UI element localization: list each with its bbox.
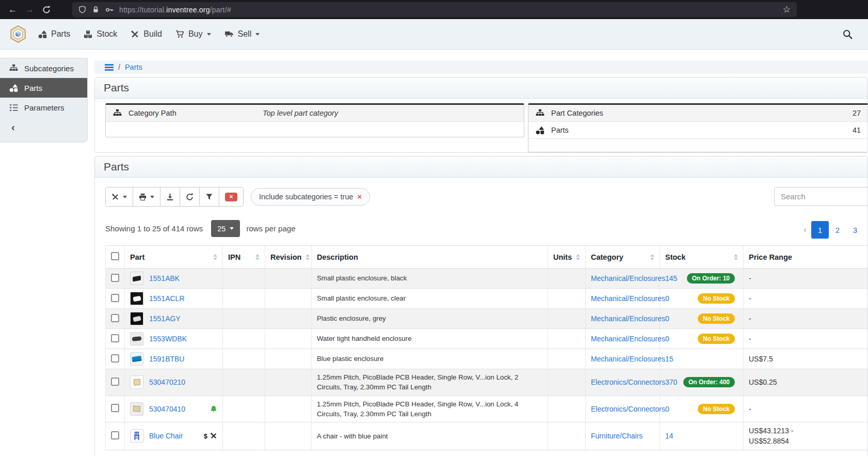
part-thumbnail[interactable] [130, 312, 143, 325]
pagination-page-3[interactable]: 3 [846, 221, 864, 239]
part-link[interactable]: 1551ABK [149, 274, 180, 282]
part-link[interactable]: 530470210 [149, 378, 185, 386]
filter-button[interactable] [199, 187, 219, 207]
actions-dropdown-button[interactable] [105, 187, 133, 207]
category-link[interactable]: Mechanical/Enclosures [591, 274, 665, 282]
breadcrumb-current-link[interactable]: Parts [125, 63, 142, 71]
nav-build[interactable]: Build [131, 29, 162, 39]
sort-icon[interactable] [306, 252, 310, 262]
pagination-page-2[interactable]: 2 [829, 221, 846, 239]
part-link[interactable]: 1551ACLR [149, 294, 185, 303]
category-link[interactable]: Furniture/Chairs [591, 432, 642, 440]
stock-status-badge: On Order: 400 [683, 377, 735, 387]
nav-stock[interactable]: Stock [84, 29, 117, 39]
category-link[interactable]: Electronics/Connectors [591, 378, 665, 386]
category-link[interactable]: Mechanical/Enclosures [591, 294, 665, 303]
pagination-page-1[interactable]: 1 [811, 221, 829, 239]
cell-revision [265, 269, 312, 289]
col-stock[interactable]: Stock [660, 246, 744, 269]
navbar-search-icon[interactable] [843, 29, 853, 39]
browser-back-icon[interactable]: ← [8, 5, 17, 14]
row-checkbox[interactable] [111, 314, 119, 322]
cell-description: Small plastic enclosure, black [312, 269, 548, 289]
parts-panel-title: Parts [95, 156, 867, 178]
part-thumbnail[interactable] [130, 332, 143, 345]
part-thumbnail[interactable] [130, 429, 143, 443]
breadcrumb-menu-icon[interactable] [105, 64, 114, 71]
row-checkbox[interactable] [111, 431, 119, 439]
sort-icon[interactable] [213, 252, 217, 262]
cell-description: Small plastic enclosure, clear [312, 289, 548, 309]
category-link[interactable]: Mechanical/Enclosures [591, 315, 665, 323]
sort-icon[interactable] [734, 252, 738, 262]
sidebar-item-subcategories[interactable]: Subcategories [0, 58, 87, 78]
part-thumbnail[interactable] [130, 292, 143, 305]
cell-ipn [223, 329, 265, 349]
stock-count-link[interactable]: 0 [665, 315, 669, 323]
col-part[interactable]: Part [125, 246, 223, 269]
clear-filters-button[interactable]: × [219, 187, 244, 207]
part-link[interactable]: 1591BTBU [149, 355, 184, 363]
sidebar-item-parts[interactable]: Parts [0, 78, 87, 98]
row-checkbox[interactable] [111, 378, 119, 386]
part-thumbnail[interactable] [130, 272, 143, 285]
col-revision[interactable]: Revision [265, 246, 312, 269]
cell-part: 1551ABK [125, 269, 223, 289]
part-status-icons: $ [201, 432, 217, 440]
export-button[interactable] [160, 187, 180, 207]
sort-icon[interactable] [255, 252, 260, 262]
stock-count-link[interactable]: 0 [665, 294, 669, 303]
row-checkbox[interactable] [111, 294, 119, 302]
browser-forward-icon[interactable]: → [25, 5, 34, 14]
stock-count-link[interactable]: 15 [665, 355, 673, 363]
part-thumbnail[interactable] [130, 375, 143, 389]
col-units[interactable]: Units [548, 246, 586, 269]
nav-parts[interactable]: Parts [38, 29, 70, 39]
stock-count-link[interactable]: 0 [665, 405, 669, 413]
key-icon [105, 6, 114, 14]
col-ipn[interactable]: IPN [223, 246, 265, 269]
col-category[interactable]: Category [586, 246, 660, 269]
page-size-dropdown[interactable]: 25 [211, 220, 240, 237]
refresh-button[interactable] [180, 187, 200, 207]
stock-count-link[interactable]: 14 [665, 432, 673, 440]
stock-count-link[interactable]: 370 [665, 378, 677, 386]
shapes-icon [38, 30, 47, 39]
remove-filter-chip-icon[interactable]: × [358, 193, 362, 201]
category-link[interactable]: Mechanical/Enclosures [591, 355, 665, 363]
row-checkbox[interactable] [111, 274, 119, 282]
row-checkbox[interactable] [111, 354, 119, 363]
select-all-checkbox[interactable] [111, 252, 119, 260]
print-dropdown-button[interactable] [133, 187, 160, 207]
cell-part: 1551AGY [125, 309, 223, 329]
col-price-range[interactable]: Price Range [744, 246, 868, 269]
stock-count-link[interactable]: 145 [665, 274, 677, 282]
nav-sell[interactable]: Sell [224, 29, 260, 39]
part-description: Small plastic enclosure, clear [317, 293, 542, 303]
category-link[interactable]: Electronics/Connectors [591, 405, 665, 413]
table-search-input[interactable] [774, 187, 868, 206]
stock-count-link[interactable]: 0 [665, 335, 669, 343]
pagination-prev[interactable]: ‹ [799, 221, 811, 239]
sort-icon[interactable] [650, 252, 654, 262]
row-checkbox[interactable] [111, 334, 119, 342]
sort-icon[interactable] [576, 252, 580, 262]
sidebar-item-parameters[interactable]: Parameters [0, 98, 87, 117]
bookmark-star-icon[interactable]: ☆ [783, 4, 791, 15]
part-thumbnail[interactable] [130, 352, 143, 366]
part-thumbnail[interactable] [130, 402, 143, 416]
part-link[interactable]: 1553WDBK [149, 335, 187, 343]
part-link[interactable]: 1551AGY [149, 315, 181, 323]
row-checkbox[interactable] [111, 404, 119, 412]
nav-buy[interactable]: Buy [175, 29, 211, 39]
part-status-icons [207, 405, 217, 413]
sidebar-collapse-button[interactable]: ‹ [0, 117, 87, 137]
col-description[interactable]: Description [312, 246, 548, 269]
category-link[interactable]: Mechanical/Enclosures [591, 335, 665, 343]
browser-refresh-icon[interactable] [42, 6, 51, 14]
url-bar[interactable]: https://tutorial.inventree.org/part/# ☆ [72, 2, 797, 17]
part-link[interactable]: 530470410 [149, 405, 185, 413]
inventree-logo[interactable] [9, 25, 27, 43]
cell-revision [265, 396, 312, 422]
part-link[interactable]: Blue Chair [149, 432, 183, 440]
